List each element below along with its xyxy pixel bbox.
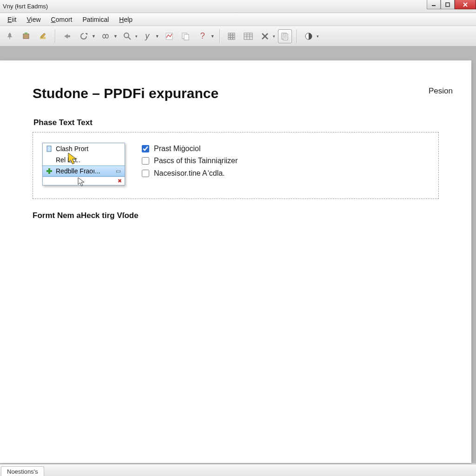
- tool-y-dropdown[interactable]: y▼: [140, 29, 159, 43]
- document-page: Pesion Studone – PPDFi expurance Phase T…: [0, 60, 471, 463]
- checkbox-input[interactable]: [142, 157, 149, 165]
- svg-rect-18: [231, 35, 232, 37]
- tool-grid-icon[interactable]: [225, 29, 238, 43]
- toolbar: ▼ ▼ ▾ y▼ ?▼ ▾ ▾: [0, 26, 476, 46]
- cursor-pointer-icon: [66, 152, 80, 166]
- menu-bar: Eiit View Comort Patimical Help: [0, 13, 476, 26]
- window-title: Vny (Ɨsrt Eadms): [3, 3, 48, 10]
- svg-rect-20: [228, 38, 230, 40]
- document-icon: [46, 145, 53, 152]
- tool-contrast-dropdown[interactable]: ▾: [302, 29, 319, 43]
- svg-rect-14: [228, 33, 230, 35]
- shortcut-icon: ▭: [116, 168, 121, 174]
- context-menu-label: Redblle Fraoı...: [56, 167, 100, 175]
- svg-line-10: [128, 37, 131, 40]
- maximize-button[interactable]: [441, 0, 455, 9]
- svg-rect-4: [23, 34, 29, 39]
- menu-patimical[interactable]: Patimical: [78, 14, 115, 25]
- close-icon: ✖: [118, 178, 122, 184]
- tool-copy-icon[interactable]: [179, 29, 193, 43]
- toolbar-separator: [219, 29, 220, 43]
- svg-rect-13: [184, 34, 189, 40]
- tool-document-icon[interactable]: [278, 29, 292, 43]
- svg-rect-5: [25, 33, 27, 34]
- menu-help[interactable]: Help: [114, 14, 138, 25]
- svg-rect-19: [233, 35, 235, 37]
- context-menu-item[interactable]: Clash Prort: [43, 143, 125, 154]
- status-tab[interactable]: Noestions's: [1, 466, 44, 476]
- svg-rect-1: [446, 3, 450, 7]
- svg-rect-36: [47, 146, 51, 152]
- checkbox-label: Prast Miġociol: [154, 145, 200, 153]
- status-bar: Noestions's: [0, 464, 476, 476]
- svg-rect-22: [233, 38, 235, 40]
- svg-rect-16: [233, 33, 235, 35]
- tool-tack-icon[interactable]: [3, 29, 17, 43]
- svg-rect-15: [231, 33, 232, 35]
- cursor-arrow-icon: [78, 177, 85, 186]
- checkbox-group: Prast Miġociol Pascs of this Tainniąriiz…: [142, 143, 238, 178]
- menu-view[interactable]: View: [22, 14, 46, 25]
- tool-share-icon[interactable]: [60, 29, 74, 43]
- svg-rect-38: [46, 170, 52, 172]
- close-button[interactable]: [455, 0, 476, 9]
- toolbar-separator: [55, 29, 55, 43]
- title-bar: Vny (Ɨsrt Eadms): [0, 0, 476, 13]
- tool-box-icon[interactable]: [20, 29, 33, 43]
- context-menu-item[interactable]: Rel Ect..: [43, 154, 125, 165]
- tool-help-dropdown[interactable]: ?▼: [196, 29, 215, 43]
- context-menu-item-selected[interactable]: Redblle Fraoı... ▭: [43, 165, 125, 177]
- tool-rotate-dropdown[interactable]: ▼: [77, 29, 96, 43]
- checkbox-label: Nacesisor.tine Aˈcdla.: [154, 169, 225, 178]
- toolbar-separator: [297, 29, 297, 43]
- svg-rect-21: [231, 38, 232, 40]
- options-panel: Clash Prort Rel Ect.. Redblle Fraoı... ▭…: [33, 132, 439, 199]
- plus-icon: [46, 167, 53, 175]
- page-title: Studone – PPDFi expurance: [33, 86, 439, 101]
- menu-edit[interactable]: Eiit: [3, 14, 22, 25]
- corner-label: Pesion: [429, 86, 453, 96]
- svg-rect-23: [244, 33, 252, 40]
- tool-edit-icon[interactable]: [36, 29, 50, 43]
- checkbox-option[interactable]: Prast Miġociol: [142, 145, 238, 153]
- workspace: Pesion Studone – PPDFi expurance Phase T…: [0, 46, 476, 463]
- svg-point-8: [106, 34, 108, 38]
- tool-delete-dropdown[interactable]: ▾: [258, 29, 275, 43]
- section-heading: Formt Nem aHeck tirg Vſode: [33, 211, 439, 220]
- context-menu-label: Clash Prort: [56, 145, 88, 152]
- tool-chart-icon[interactable]: [162, 29, 176, 43]
- checkbox-label: Pascs of this Tainniąriizer: [154, 157, 238, 165]
- tool-table-icon[interactable]: [241, 29, 255, 43]
- checkbox-option[interactable]: Pascs of this Tainniąriizer: [142, 157, 238, 165]
- tool-zoom-dropdown[interactable]: ▾: [120, 29, 138, 43]
- minimize-button[interactable]: [427, 0, 441, 9]
- tool-link-dropdown[interactable]: ▼: [99, 29, 118, 43]
- checkbox-input[interactable]: [142, 170, 149, 177]
- window-controls: [427, 0, 476, 9]
- menu-comort[interactable]: Comort: [46, 14, 78, 25]
- checkbox-input[interactable]: [142, 145, 149, 152]
- svg-point-9: [124, 33, 129, 38]
- svg-rect-17: [228, 35, 230, 37]
- section-heading: Phase Text Text: [33, 118, 439, 127]
- checkbox-option[interactable]: Nacesisor.tine Aˈcdla.: [142, 169, 238, 178]
